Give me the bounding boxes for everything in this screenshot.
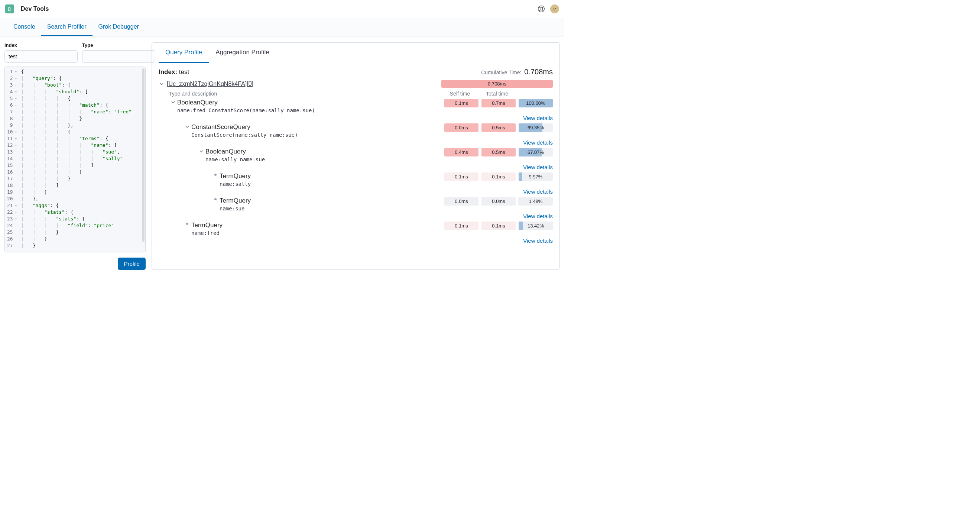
code-line[interactable]: | | | | {: [21, 95, 132, 102]
header: D Dev Tools e: [0, 0, 564, 18]
header-type-desc: Type and description: [169, 91, 217, 97]
bullet-icon: [183, 222, 191, 225]
tab-console[interactable]: Console: [8, 18, 41, 36]
view-details-link[interactable]: View details: [523, 164, 553, 170]
tab-query-profile[interactable]: Query Profile: [159, 43, 209, 63]
query-node: ConstantScoreQueryConstantScore(name:sal…: [159, 123, 553, 146]
shard-time-badge: 0.708ms: [441, 80, 553, 88]
type-label: Type: [82, 42, 155, 48]
query-type: ConstantScoreQuery: [191, 123, 441, 131]
code-line[interactable]: | | | "stats": {: [21, 215, 132, 222]
code-line[interactable]: {: [21, 69, 132, 75]
code-line[interactable]: | | | | | "match": {: [21, 102, 132, 108]
view-details-link[interactable]: View details: [523, 213, 553, 219]
self-time-badge: 0.4ms: [444, 148, 479, 156]
code-line[interactable]: | | | | }: [21, 175, 132, 182]
index-input[interactable]: [5, 50, 78, 63]
query-description: name:sally: [220, 181, 441, 187]
code-line[interactable]: | | | "should": [: [21, 88, 132, 95]
query-type: TermQuery: [220, 197, 441, 204]
code-line[interactable]: | "aggs": {: [21, 202, 132, 209]
summary-row: Index: test Cumulative Time: 0.708ms: [152, 63, 560, 78]
query-editor[interactable]: 1▾2▾3▾4▾5▾6▾78910▾11▾12▾1314151617181920…: [5, 67, 146, 252]
total-time-badge: 0.1ms: [482, 172, 515, 181]
total-time-badge: 0.7ms: [482, 99, 515, 107]
query-description: name:fred: [191, 230, 441, 236]
gutter-line: 3▾: [7, 82, 17, 88]
chevron-down-icon[interactable]: [159, 81, 165, 87]
code-line[interactable]: | | }: [21, 189, 132, 196]
query-node: TermQueryname:sally0.1ms0.1ms9.97%View d…: [159, 172, 553, 195]
chevron-down-icon[interactable]: [183, 123, 191, 129]
help-icon[interactable]: [537, 5, 546, 13]
code-line[interactable]: | | | | },: [21, 122, 132, 129]
type-input[interactable]: [82, 50, 155, 63]
query-node: BooleanQueryname:fred ConstantScore(name…: [159, 99, 553, 121]
main-tabs: Console Search Profiler Grok Debugger: [0, 18, 564, 37]
code-line[interactable]: | | }: [21, 236, 132, 242]
code-line[interactable]: | | | | {: [21, 129, 132, 135]
header-self-time: Self time: [441, 91, 479, 97]
gutter-line: 14: [7, 155, 17, 162]
self-time-badge: 0.1ms: [444, 172, 479, 181]
tab-grok-debugger[interactable]: Grok Debugger: [92, 18, 145, 36]
code-line[interactable]: | | | | | | | "sue",: [21, 149, 132, 155]
code-line[interactable]: | | | ]: [21, 182, 132, 189]
tab-aggregation-profile[interactable]: Aggregation Profile: [209, 43, 276, 63]
chevron-down-icon[interactable]: [169, 99, 177, 104]
gutter-line: 6▾: [7, 102, 17, 108]
header-total-time: Total time: [479, 91, 515, 97]
gutter-line: 10▾: [7, 129, 17, 135]
index-summary-label: Index:: [159, 69, 177, 75]
code-line[interactable]: | },: [21, 196, 132, 202]
cumulative-time-value: 0.708ms: [524, 68, 553, 76]
bullet-icon: [212, 172, 220, 176]
gutter-line: 27: [7, 242, 17, 249]
code-line[interactable]: | | | | | | "name": [: [21, 142, 132, 149]
query-type: BooleanQuery: [177, 99, 441, 106]
code-line[interactable]: | | | | | | "name": "fred": [21, 108, 132, 115]
code-line[interactable]: | | | | | | | "sally": [21, 155, 132, 162]
code-line[interactable]: | }: [21, 242, 132, 249]
left-panel: Index Type 1▾2▾3▾4▾5▾6▾78910▾11▾12▾13141…: [5, 42, 146, 270]
percentage-badge: 69.35%: [519, 123, 553, 132]
gutter-line: 12▾: [7, 142, 17, 149]
gutter-line: 13: [7, 149, 17, 155]
percentage-badge: 13.42%: [519, 222, 553, 230]
view-details-link[interactable]: View details: [523, 238, 553, 244]
editor-scrollbar[interactable]: [142, 69, 145, 250]
query-description: name:sally name:sue: [205, 156, 441, 163]
view-details-link[interactable]: View details: [523, 139, 553, 146]
view-details-link[interactable]: View details: [523, 115, 553, 121]
svg-line-3: [542, 7, 544, 8]
avatar[interactable]: e: [550, 5, 559, 13]
query-node: TermQueryname:fred0.1ms0.1ms13.42%View d…: [159, 222, 553, 244]
code-line[interactable]: | | | }: [21, 229, 132, 236]
code-line[interactable]: | | | | | }: [21, 169, 132, 175]
chevron-down-icon[interactable]: [197, 148, 205, 153]
gutter-line: 21▾: [7, 202, 17, 209]
gutter-line: 23▾: [7, 215, 17, 222]
code-line[interactable]: | | "bool": {: [21, 82, 132, 88]
view-details-link[interactable]: View details: [523, 188, 553, 195]
code-line[interactable]: | | "stats": {: [21, 209, 132, 215]
query-node: TermQueryname:sue0.0ms0.0ms1.48%View det…: [159, 197, 553, 219]
profile-button[interactable]: Profile: [118, 258, 146, 270]
tab-search-profiler[interactable]: Search Profiler: [41, 18, 92, 36]
code-line[interactable]: | | | | | | ]: [21, 162, 132, 169]
percentage-badge: 67.07%: [519, 148, 553, 156]
gutter-line: 24: [7, 222, 17, 229]
app-badge: D: [5, 5, 14, 13]
shard-link[interactable]: [Uc_zxmN2TzqiGnKqN8k4FA][0]: [167, 81, 253, 87]
code-line[interactable]: | | | | | }: [21, 115, 132, 122]
gutter-line: 1▾: [7, 69, 17, 75]
code-line[interactable]: | | | | "field": "price": [21, 222, 132, 229]
total-time-badge: 0.0ms: [482, 197, 515, 206]
svg-line-5: [542, 10, 544, 11]
svg-line-4: [539, 10, 541, 11]
total-time-badge: 0.5ms: [482, 148, 515, 156]
code-line[interactable]: | "query": {: [21, 75, 132, 82]
total-time-badge: 0.1ms: [482, 222, 515, 230]
code-line[interactable]: | | | | | "terms": {: [21, 135, 132, 142]
profile-tabs: Query Profile Aggregation Profile: [152, 43, 560, 63]
